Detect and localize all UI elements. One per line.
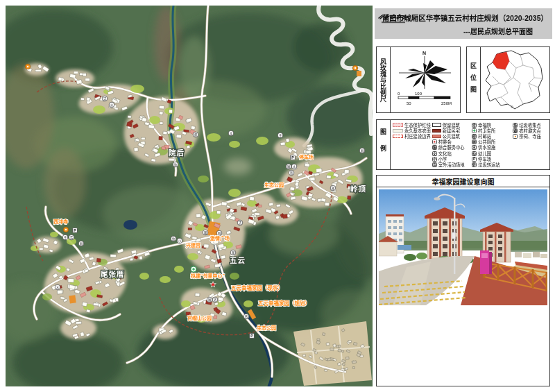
map-label: 五云 [230, 256, 246, 264]
map-label: 停车场 [299, 154, 314, 160]
building [345, 357, 349, 359]
svg-text:100: 100 [415, 92, 422, 96]
building [221, 255, 225, 259]
building [80, 98, 84, 101]
svg-text:幼: 幼 [172, 237, 175, 241]
parking-icon: P [73, 228, 78, 233]
location-map [480, 47, 549, 112]
temple-icon [25, 64, 31, 69]
building [160, 122, 163, 124]
windrose-box: 风玫瑰与比例尺 N [376, 46, 461, 113]
building [214, 264, 221, 268]
legend-symbol-icon: 避 [513, 128, 518, 133]
facility-icon: 水 [109, 102, 114, 108]
map-label: 生态公园 [257, 325, 276, 331]
building [186, 312, 191, 316]
building [255, 212, 260, 215]
facility-icon: 转 [289, 170, 294, 176]
village-distant [515, 252, 547, 258]
building [282, 214, 287, 219]
map-label: 五云幸福家园（现状） [231, 284, 283, 291]
facility-icon: 活 [102, 96, 108, 101]
building [35, 69, 42, 71]
village-committee-star-icon: ★ [210, 281, 216, 288]
map-label: 兴建宫 [186, 242, 200, 248]
svg-text:邮: 邮 [332, 186, 334, 191]
sheet-title: 莆田市城厢区华亭镇五云村村庄规划（2020-2035） [382, 12, 548, 23]
pink-booth [480, 250, 492, 274]
building [82, 302, 87, 307]
facility-icon: 服 [203, 230, 208, 235]
building [134, 148, 138, 152]
building [352, 366, 355, 368]
photo-box: 幸福家园建设意向图 [376, 175, 550, 386]
building [353, 343, 357, 346]
facility-icon: 厕 [216, 230, 222, 236]
building [169, 158, 174, 161]
legend-symbol-icon: 圾 [513, 123, 518, 128]
legend-symbol-icon: 小 [432, 157, 437, 162]
parking-icon: P [250, 334, 255, 339]
svg-text:活: 活 [70, 235, 73, 240]
legend-swatch [432, 135, 441, 139]
svg-text:活: 活 [239, 221, 241, 225]
building [348, 340, 352, 342]
facility-icon: 厕 [359, 148, 365, 153]
building [195, 293, 200, 296]
building [217, 259, 221, 263]
legend-symbol-icon: P [472, 157, 477, 162]
legend-item: 村庄建设边界 [393, 133, 431, 139]
building [96, 258, 101, 262]
photo-image [379, 189, 547, 305]
building [80, 332, 84, 336]
legend-box: 图例 生态保护红线永久基本农田村庄建设边界保留建筑新建民宅公共建筑★村委会服综合… [376, 119, 550, 170]
building [130, 258, 133, 261]
svg-text:50: 50 [407, 101, 411, 105]
building [83, 74, 87, 76]
facility-icon: 邮 [193, 132, 198, 137]
svg-text:✚: ✚ [192, 267, 196, 271]
facility-icon: 幸 [62, 235, 68, 240]
svg-text:0: 0 [398, 92, 400, 96]
building [306, 151, 311, 154]
svg-text:转: 转 [245, 314, 248, 319]
legend-symbol-icon: 幸 [472, 123, 477, 128]
legend-symbol-icon: ★ [432, 139, 437, 144]
legend-swatch [393, 135, 403, 139]
building [323, 333, 325, 336]
legend-item: 活室外活动场地 [432, 162, 470, 167]
legend-swatch [393, 123, 403, 127]
map-canvas: 活水邮文幸厕幼P厕水转邮P幸活厕水服厕幼小邮活✚★厕转转P 院后岭顶五云尾张厝西… [6, 6, 373, 386]
building [317, 339, 320, 341]
title-block: 莆田市城厢区华亭镇五云村村庄规划（2020-2035） ---居民点规划总平面图 [375, 8, 552, 39]
svg-text:250M: 250M [441, 101, 452, 105]
building-center [425, 207, 465, 259]
windrose-box-label-cell: 风玫瑰与比例尺 [377, 47, 391, 112]
building [333, 344, 336, 348]
side-panel: 莆田市城厢区华亭镇五云村村庄规划（2020-2035） ---居民点规划总平面图… [375, 7, 552, 386]
legend-item-label: 村庄建设边界 [404, 133, 431, 139]
building [110, 254, 117, 257]
facility-icon: 幼 [173, 162, 178, 167]
svg-text:转: 转 [290, 171, 293, 176]
facility-icon: 水 [55, 284, 60, 290]
building [315, 352, 318, 354]
map-label: 院后 [169, 148, 185, 157]
building [204, 244, 209, 248]
legend-item-label: 垃圾转运站 [478, 162, 500, 168]
building [93, 303, 99, 306]
facility-icon: 活 [69, 235, 74, 240]
building [169, 110, 172, 113]
building [338, 349, 341, 352]
location-box: 区位图 [466, 46, 550, 113]
building [325, 203, 329, 206]
map-label: 拟建“邻里中心” [191, 273, 225, 279]
facility-icon: 转 [212, 297, 218, 302]
building [76, 321, 82, 324]
building [290, 187, 295, 191]
legend-symbol-icon: 邮 [472, 134, 477, 139]
building [342, 364, 345, 366]
building [141, 137, 145, 139]
legend-symbol-icon: 水 [472, 145, 477, 150]
building [216, 211, 221, 214]
